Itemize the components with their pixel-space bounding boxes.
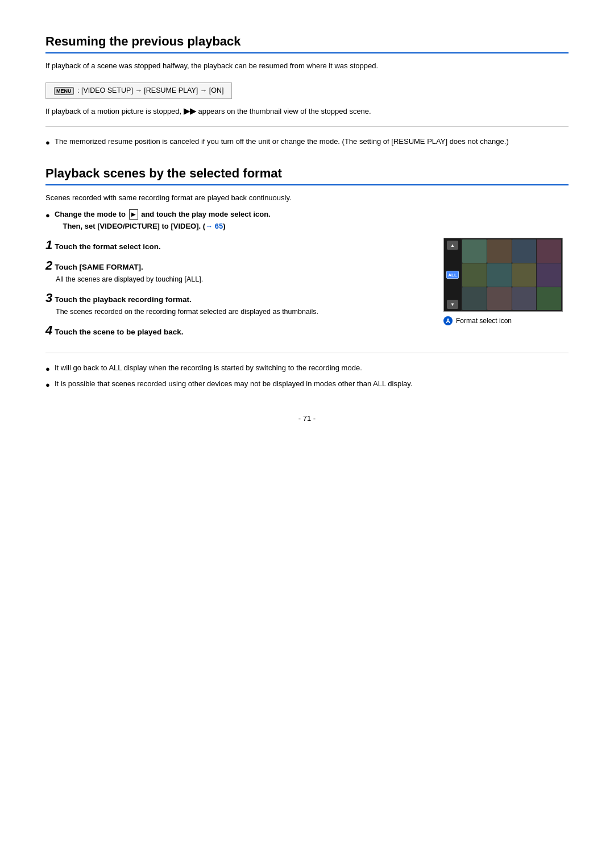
step2-number: 2: [45, 258, 52, 273]
menu-icon: MENU: [54, 87, 74, 95]
thumbnail-wrapper: ▲ ALL ▼ 2/3: [443, 238, 563, 325]
page-number: - 71 -: [45, 414, 569, 423]
section2-change-mode-text: Change the mode to ▶ and touch the play …: [55, 209, 271, 233]
section2-title: Playback scenes by the selected format: [45, 166, 569, 185]
format-icon-label-row: A Format select icon: [443, 316, 563, 325]
thumb-cell-4: [537, 239, 561, 263]
section2-intro: Scenes recorded with same recording form…: [45, 192, 569, 204]
thumb-cell-7: [512, 263, 537, 287]
thumb-cell-10: [487, 287, 512, 311]
step2-title: Touch [SAME FORMAT].: [55, 263, 143, 271]
bullet-dot: ●: [45, 137, 55, 149]
thumb-cell-8: [537, 263, 561, 287]
step1-title: Touch the format select icon.: [55, 242, 161, 251]
section1-bullet1-text: The memorized resume position is cancele…: [55, 136, 509, 148]
note1-text: It will go back to ALL display when the …: [55, 362, 362, 374]
steps-container: 1 Touch the format select icon. 2 Touch …: [45, 238, 569, 344]
bullet-dot2: ●: [45, 210, 55, 222]
menu-instruction-text: : [VIDEO SETUP] → [RESUME PLAY] → [ON]: [77, 86, 223, 94]
section-playback-format: Playback scenes by the selected format S…: [45, 166, 569, 391]
section1-title: Resuming the previous playback: [45, 34, 569, 53]
divider1: [45, 126, 569, 127]
step4-header: 4 Touch the scene to be played back.: [45, 323, 432, 338]
format-select-icon-label: Format select icon: [456, 317, 512, 325]
bullet-dot4: ●: [45, 379, 55, 391]
step2: 2 Touch [SAME FORMAT]. All the scenes ar…: [45, 258, 432, 285]
note2-item: ● It is possible that scenes recorded us…: [45, 378, 569, 391]
thumb-cell-1: [462, 239, 487, 263]
step4-title: Touch the scene to be played back.: [55, 328, 183, 336]
step2-desc: All the scenes are displayed by touching…: [45, 274, 432, 285]
section2-notes: ● It will go back to ALL display when th…: [45, 362, 569, 391]
step1-number: 1: [45, 238, 52, 253]
step3-header: 3 Touch the playback recording format.: [45, 291, 432, 305]
section2-change-mode-bullet: ● Change the mode to ▶ and touch the pla…: [45, 209, 569, 233]
step3: 3 Touch the playback recording format. T…: [45, 291, 432, 317]
note1-item: ● It will go back to ALL display when th…: [45, 362, 569, 375]
section-resume-playback: Resuming the previous playback If playba…: [45, 34, 569, 149]
step3-desc: The scenes recorded on the recording for…: [45, 307, 432, 317]
step4: 4 Touch the scene to be played back.: [45, 323, 432, 338]
thumb-cell-6: [487, 263, 512, 287]
step1-header: 1 Touch the format select icon.: [45, 238, 432, 253]
section1-bullet1: ● The memorized resume position is cance…: [45, 136, 569, 149]
section2-setup-bullets: ● Change the mode to ▶ and touch the pla…: [45, 209, 569, 233]
thumb-cell-11: [512, 287, 537, 311]
thumb-nav-down: ▼: [447, 300, 458, 309]
bullet-dot3: ●: [45, 363, 55, 375]
thumb-nav-up: ▲: [447, 241, 458, 250]
thumb-cell-3: [512, 239, 537, 263]
play-mode-icon: ▶: [129, 209, 138, 220]
section1-intro: If playback of a scene was stopped halfw…: [45, 60, 569, 72]
thumb-main: 2/3: [461, 238, 562, 311]
thumb-cell-9: [462, 287, 487, 311]
note2-text: It is possible that scenes recorded usin…: [55, 378, 412, 390]
step1: 1 Touch the format select icon.: [45, 238, 432, 253]
section1-menu-note: If playback of a motion picture is stopp…: [45, 105, 569, 118]
divider2: [45, 353, 569, 353]
thumb-sidebar: ▲ ALL ▼: [444, 238, 461, 311]
thumb-cell-2: [487, 239, 512, 263]
steps-right: ▲ ALL ▼ 2/3: [443, 238, 569, 344]
step4-number: 4: [45, 323, 52, 338]
step2-header: 2 Touch [SAME FORMAT].: [45, 258, 432, 273]
circle-a-label: A: [443, 316, 453, 325]
thumb-cell-12: [537, 287, 561, 311]
menu-instruction-box: MENU : [VIDEO SETUP] → [RESUME PLAY] → […: [45, 82, 232, 99]
thumb-cell-5: [462, 263, 487, 287]
section2-set-text: Then, set [VIDEO/PICTURE] to [VIDEO]. (→…: [55, 222, 226, 230]
thumbnail-grid: ▲ ALL ▼ 2/3: [443, 238, 563, 312]
step3-title: Touch the playback recording format.: [55, 295, 192, 304]
steps-left: 1 Touch the format select icon. 2 Touch …: [45, 238, 432, 344]
thumb-all-btn: ALL: [446, 271, 459, 279]
step3-number: 3: [45, 291, 52, 305]
section1-bullets: ● The memorized resume position is cance…: [45, 136, 569, 149]
